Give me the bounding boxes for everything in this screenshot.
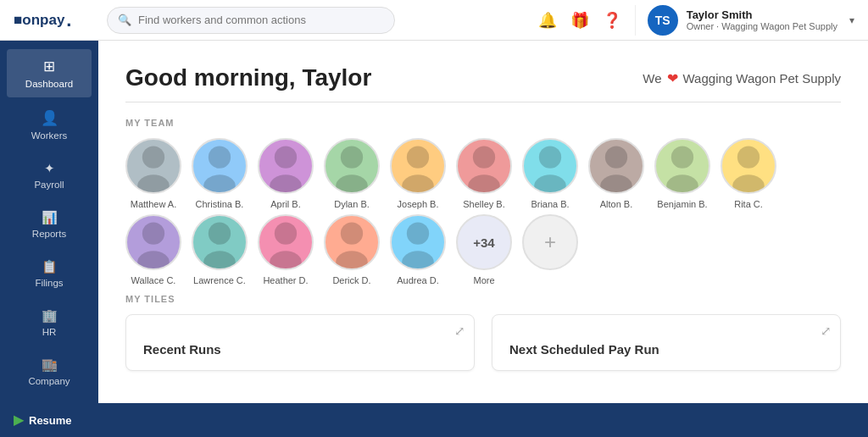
content-area: Good morning, Taylor We ❤ Wagging Wagon … [98, 41, 868, 403]
team-member[interactable]: Heather D. [258, 214, 314, 285]
avatar [192, 214, 248, 270]
sidebar-item-label: Reports [32, 229, 66, 239]
tile-title: Next Scheduled Pay Run [509, 342, 823, 357]
member-name: Christina B. [196, 199, 244, 209]
svg-point-21 [137, 251, 170, 268]
member-name: Matthew A. [131, 199, 176, 209]
svg-point-17 [666, 174, 698, 192]
add-bubble[interactable]: + [522, 214, 578, 270]
help-icon[interactable]: ❓ [603, 11, 621, 30]
avatar [456, 138, 512, 194]
user-info: Taylor Smith Owner · Wagging Wagon Pet S… [687, 8, 837, 31]
team-member[interactable]: Christina B. [192, 138, 248, 209]
divider [125, 102, 841, 102]
sidebar-item-label: Workers [31, 130, 68, 141]
svg-point-15 [600, 174, 632, 192]
expand-icon[interactable]: ⤢ [454, 324, 465, 339]
svg-point-3 [203, 174, 236, 192]
avatar [654, 138, 710, 194]
svg-point-16 [671, 147, 693, 169]
team-member[interactable]: Shelley B. [456, 138, 512, 209]
avatar [258, 214, 314, 270]
avatar [125, 138, 181, 194]
sidebar-item-company[interactable]: 🏬 Company [7, 349, 92, 395]
gift-icon[interactable]: 🎁 [570, 11, 589, 30]
member-name: Dylan B. [334, 199, 370, 209]
team-member[interactable]: Joseph B. [390, 138, 446, 209]
team-member[interactable]: Alton B. [588, 138, 644, 209]
team-member[interactable]: Rita C. [721, 138, 776, 209]
sidebar-item-workers[interactable]: 👤 Workers [7, 101, 92, 149]
reports-icon: 📊 [42, 210, 58, 225]
sidebar-item-dashboard[interactable]: ⊞ Dashboard [7, 49, 92, 97]
sidebar-item-hr[interactable]: 🏢 HR [7, 300, 92, 346]
play-icon: ▶ [14, 412, 24, 428]
app-logo: ■onpay . [14, 9, 90, 31]
user-avatar: TS [648, 5, 678, 36]
member-name: Lawrence C. [193, 275, 246, 285]
team-member[interactable]: Lawrence C. [192, 214, 248, 285]
more-bubble[interactable]: +34 [456, 214, 512, 270]
svg-point-0 [142, 147, 164, 169]
avatar [258, 138, 314, 194]
team-member[interactable]: Dylan B. [324, 138, 380, 209]
svg-point-19 [732, 174, 765, 192]
chevron-down-icon: ▾ [849, 14, 854, 26]
search-input[interactable] [138, 14, 384, 26]
user-name: Taylor Smith [687, 8, 837, 21]
more-members[interactable]: +34More [456, 214, 512, 285]
logo-text: ■onpay [14, 12, 64, 29]
sidebar-item-label: Filings [35, 278, 63, 288]
avatar [324, 214, 380, 270]
add-member[interactable]: + [522, 214, 578, 285]
svg-point-24 [275, 223, 297, 245]
member-name: Alton B. [600, 199, 633, 209]
member-name: Wallace C. [131, 275, 176, 285]
svg-point-28 [407, 223, 429, 245]
user-role: Owner · Wagging Wagon Pet Supply [687, 21, 837, 31]
avatar [721, 138, 776, 194]
sidebar-item-reports[interactable]: 📊 Reports [7, 202, 92, 247]
team-member[interactable]: Derick D. [324, 214, 380, 285]
expand-icon[interactable]: ⤢ [821, 324, 832, 339]
greeting-title: Good morning, Taylor [125, 64, 371, 91]
resume-button[interactable]: ▶ Resume [14, 412, 72, 428]
bell-icon[interactable]: 🔔 [538, 11, 557, 30]
svg-point-10 [473, 147, 495, 169]
team-member[interactable]: Matthew A. [125, 138, 181, 209]
member-name: Shelley B. [463, 199, 505, 209]
resume-bar: ▶ Resume [0, 403, 868, 437]
sidebar-item-filings[interactable]: 📋 Filings [7, 251, 92, 296]
search-bar[interactable]: 🔍 [107, 7, 395, 34]
more-label: More [473, 275, 494, 285]
svg-point-18 [737, 147, 760, 169]
tile-title: Recent Runs [143, 342, 457, 357]
sidebar: ⊞ Dashboard 👤 Workers ✦ Payroll 📊 Report… [0, 41, 98, 403]
my-tiles-label: MY TILES [125, 294, 841, 304]
team-row-2: Wallace C. Lawrence C. Heather D. Derick… [125, 214, 841, 285]
svg-point-13 [534, 174, 566, 192]
tile-next-pay: ⤢ Next Scheduled Pay Run [492, 314, 841, 371]
svg-point-1 [137, 174, 170, 192]
svg-point-27 [336, 251, 368, 268]
team-member[interactable]: Briana B. [522, 138, 578, 209]
sidebar-item-label: Dashboard [25, 79, 73, 89]
svg-point-2 [209, 147, 231, 169]
svg-point-6 [341, 147, 363, 169]
team-member[interactable]: Wallace C. [125, 214, 181, 285]
team-member[interactable]: Benjamin B. [654, 138, 710, 209]
team-member[interactable]: April B. [258, 138, 314, 209]
my-team-label: MY TEAM [125, 118, 841, 128]
team-member[interactable]: Audrea D. [390, 214, 446, 285]
svg-point-5 [270, 174, 302, 192]
sidebar-item-label: Payroll [34, 180, 64, 190]
logo-dot: . [66, 9, 71, 31]
search-icon: 🔍 [118, 14, 131, 26]
svg-point-9 [402, 174, 434, 192]
avatar [522, 138, 578, 194]
sidebar-item-payroll[interactable]: ✦ Payroll [7, 152, 92, 198]
sidebar-item-label: Company [28, 376, 70, 386]
main-layout: ⊞ Dashboard 👤 Workers ✦ Payroll 📊 Report… [0, 41, 868, 403]
greeting-row: Good morning, Taylor We ❤ Wagging Wagon … [125, 64, 841, 91]
user-section[interactable]: TS Taylor Smith Owner · Wagging Wagon Pe… [635, 5, 854, 36]
